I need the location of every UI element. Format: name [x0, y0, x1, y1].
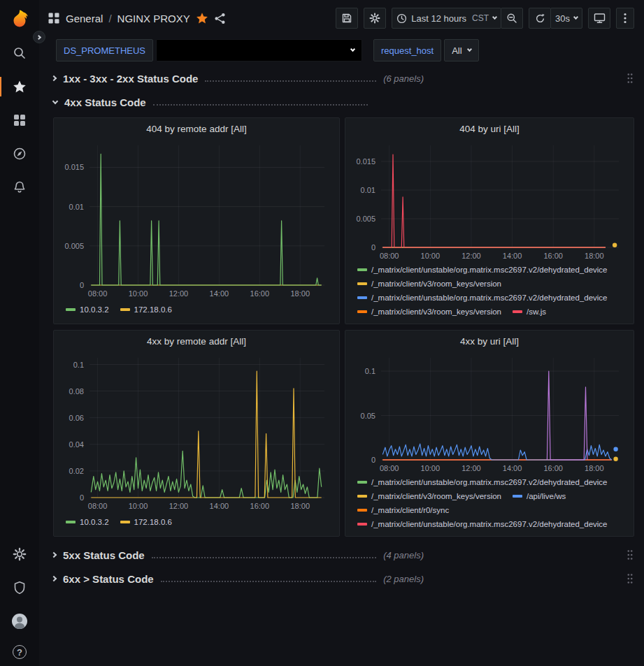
- sidebar: ?: [0, 0, 39, 666]
- main-area: General / NGINX PROXY: [39, 0, 644, 666]
- legend-row: /_matrix/client/r0/sync: [357, 503, 629, 517]
- svg-text:0.02: 0.02: [69, 467, 84, 475]
- legend-item[interactable]: /_matrix/client/unstable/org.matrix.msc2…: [357, 478, 608, 486]
- sidebar-item-alerting[interactable]: [0, 171, 39, 204]
- legend-series-label: /_matrix/client/v3/room_keys/version: [371, 492, 501, 500]
- timeseries-chart[interactable]: 08:0010:0012:0014:0016:0018:0000.0050.01…: [350, 137, 629, 263]
- svg-text:12:00: 12:00: [461, 252, 481, 260]
- legend-series-swatch: [513, 495, 522, 498]
- request-host-value-select[interactable]: All: [444, 39, 478, 61]
- svg-text:14:00: 14:00: [210, 502, 229, 510]
- legend-item[interactable]: /sw.js: [513, 307, 546, 316]
- row-leader-dots: [153, 104, 368, 106]
- row-header-1xx-3xx-2xx[interactable]: 1xx - 3xx - 2xx Status Code (6 panels): [53, 68, 634, 88]
- legend-series-label: 172.18.0.6: [134, 518, 172, 526]
- sidebar-item-search[interactable]: [0, 36, 39, 70]
- legend-series-label: /_matrix/client/unstable/org.matrix.msc2…: [371, 520, 608, 528]
- star-icon: [13, 80, 27, 94]
- dashboard-settings-button[interactable]: [364, 8, 386, 29]
- time-range-picker[interactable]: Last 12 hours CST: [392, 8, 501, 29]
- svg-text:16:00: 16:00: [543, 252, 563, 260]
- svg-text:08:00: 08:00: [380, 252, 399, 260]
- variables-row: DS_PROMETHEUS request_host All: [39, 36, 644, 64]
- row-drag-handle[interactable]: [627, 573, 634, 584]
- legend-series-label: 172.18.0.6: [134, 305, 172, 314]
- kiosk-mode-button[interactable]: [588, 8, 610, 29]
- svg-text:0.05: 0.05: [361, 412, 375, 420]
- sidebar-item-profile[interactable]: [0, 605, 39, 638]
- legend-item[interactable]: /_matrix/client/r0/sync: [357, 506, 449, 514]
- request-host-label[interactable]: request_host: [373, 39, 441, 61]
- legend-item[interactable]: /_matrix/client/unstable/org.matrix.msc2…: [357, 294, 608, 302]
- refresh-button[interactable]: [529, 8, 551, 29]
- legend-item[interactable]: /_matrix/client/unstable/org.matrix.msc2…: [357, 266, 608, 274]
- zoom-out-button[interactable]: [501, 8, 523, 29]
- favorite-star-icon[interactable]: [196, 12, 208, 24]
- timeseries-chart[interactable]: 08:0010:0012:0014:0016:0018:0000.0050.01…: [59, 137, 334, 301]
- legend-item[interactable]: /_matrix/client/v3/room_keys/version: [357, 280, 501, 288]
- page-title[interactable]: NGINX PROXY: [117, 13, 190, 24]
- sidebar-item-settings[interactable]: [0, 537, 39, 571]
- sidebar-expand-button[interactable]: [33, 31, 45, 43]
- save-dashboard-button[interactable]: [336, 8, 358, 29]
- legend-series-swatch: [66, 308, 76, 311]
- more-options-button[interactable]: [616, 8, 634, 29]
- clock-icon: [396, 13, 407, 24]
- sidebar-item-dashboards[interactable]: [0, 103, 39, 137]
- legend-item[interactable]: /_matrix/client/v3/room_keys/version: [357, 492, 501, 500]
- timeseries-chart[interactable]: 08:0010:0012:0014:0016:0018:0000.050.1: [350, 349, 629, 475]
- sidebar-bottom-group: ?: [0, 537, 39, 666]
- refresh-interval-select[interactable]: 30s: [550, 8, 582, 29]
- svg-text:16:00: 16:00: [250, 289, 270, 298]
- panel-title[interactable]: 4xx by uri [All]: [350, 333, 629, 349]
- gear-icon: [13, 547, 27, 561]
- legend-item[interactable]: 172.18.0.6: [120, 518, 172, 526]
- legend-series-swatch: [120, 521, 130, 523]
- refresh-icon: [535, 13, 545, 24]
- svg-text:10:00: 10:00: [421, 252, 441, 260]
- svg-text:0: 0: [371, 456, 375, 464]
- legend-row: /_matrix/client/v3/room_keys/version/api…: [357, 489, 629, 503]
- row-header-4xx[interactable]: 4xx Status Code: [53, 92, 634, 112]
- legend-item[interactable]: 10.0.3.2: [66, 305, 109, 314]
- svg-text:08:00: 08:00: [88, 289, 108, 298]
- row-header-5xx[interactable]: 5xx Status Code (4 panels): [53, 545, 634, 565]
- zoom-out-icon: [506, 13, 517, 24]
- legend-item[interactable]: 10.0.3.2: [66, 518, 109, 526]
- legend-item[interactable]: /_matrix/client/unstable/org.matrix.msc2…: [357, 520, 608, 528]
- sidebar-item-starred[interactable]: [0, 70, 39, 103]
- svg-text:14:00: 14:00: [503, 252, 522, 260]
- svg-text:14:00: 14:00: [210, 289, 229, 298]
- row-drag-handle[interactable]: [627, 549, 634, 560]
- legend-row: /_matrix/client/v3/room_keys/version/sw.…: [357, 305, 629, 317]
- chevron-down-icon: [573, 15, 578, 20]
- sidebar-item-server-admin[interactable]: [0, 571, 39, 605]
- legend-item[interactable]: 172.18.0.6: [120, 305, 172, 314]
- legend-item[interactable]: /api/live/ws: [513, 492, 566, 500]
- legend-series-swatch: [357, 509, 367, 512]
- sidebar-item-explore[interactable]: [0, 137, 39, 171]
- panel-title[interactable]: 4xx by remote addr [All]: [59, 333, 334, 349]
- share-icon[interactable]: [214, 13, 226, 24]
- svg-text:0.005: 0.005: [64, 242, 84, 250]
- row-drag-handle[interactable]: [627, 73, 634, 84]
- ds-prometheus-value-select[interactable]: [156, 39, 362, 61]
- timeseries-chart[interactable]: 08:0010:0012:0014:0016:0018:0000.020.040…: [59, 349, 334, 513]
- panel-title[interactable]: 404 by uri [All]: [350, 120, 629, 137]
- row-title: 1xx - 3xx - 2xx Status Code: [63, 73, 198, 85]
- ds-prometheus-label[interactable]: DS_PROMETHEUS: [56, 39, 153, 61]
- svg-text:16:00: 16:00: [543, 464, 563, 472]
- bell-icon: [13, 180, 27, 194]
- shield-icon: [13, 581, 27, 595]
- apps-icon: [48, 12, 60, 24]
- variable-ds-prometheus: DS_PROMETHEUS: [56, 39, 362, 61]
- legend-item[interactable]: /_matrix/client/v3/room_keys/version: [357, 307, 501, 316]
- panel-title[interactable]: 404 by remote addr [All]: [59, 120, 334, 137]
- sidebar-item-help[interactable]: ?: [0, 638, 39, 666]
- grafana-logo[interactable]: [8, 6, 31, 36]
- svg-text:0.01: 0.01: [69, 203, 84, 211]
- legend-series-swatch: [357, 310, 367, 313]
- row-header-6xx[interactable]: 6xx > Status Code (2 panels): [53, 569, 634, 588]
- chevron-down-icon: [467, 47, 472, 52]
- breadcrumb-section[interactable]: General: [66, 13, 103, 24]
